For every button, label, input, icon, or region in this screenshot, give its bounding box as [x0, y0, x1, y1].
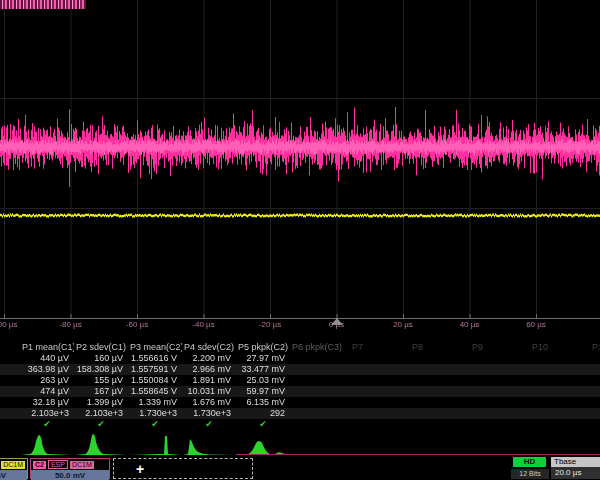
histicon-p1[interactable]	[20, 431, 74, 457]
measure-cell: 155 µV	[74, 375, 128, 386]
measure-cell: 160 µV	[74, 353, 128, 364]
time-tick-label: 60 µs	[526, 320, 546, 329]
measure-cell	[290, 353, 350, 364]
measure-cell: 33.477 mV	[236, 364, 290, 375]
trace-annotation-badge	[0, 0, 86, 9]
measure-cell	[470, 408, 530, 419]
measure-column-header-p6[interactable]: P6 pkpk(C3)	[290, 342, 350, 353]
measure-cell: 167 µV	[74, 386, 128, 397]
measure-cell	[350, 375, 410, 386]
measure-cell	[530, 408, 590, 419]
measure-cell	[410, 386, 470, 397]
measurement-table: P1 mean(C1)P2 sdev(C1)P3 mean(C2)P4 sdev…	[0, 342, 600, 430]
histicon-p2[interactable]	[74, 431, 128, 457]
measure-cell: 1.730e+3	[182, 408, 236, 419]
measure-cell	[350, 353, 410, 364]
timebase-descriptor[interactable]: Tbase 20.0 µs	[551, 457, 600, 479]
measure-cell: 32.18 µV	[20, 397, 74, 408]
time-tick-label: 20 µs	[393, 320, 413, 329]
measure-cell	[290, 397, 350, 408]
status-check-icon: ✔	[182, 419, 236, 430]
measure-column-header-p3[interactable]: P3 mean(C2)	[128, 342, 182, 353]
c1-coupling-chip: DC1M	[1, 461, 25, 469]
measure-cell: 1.558645 V	[128, 386, 182, 397]
timebase-label: Tbase	[551, 457, 600, 467]
histicon-p4[interactable]	[182, 431, 236, 457]
c2-label-chip: C2	[33, 461, 46, 469]
measure-row-status: ✔✔✔✔✔	[0, 419, 600, 430]
measure-cell	[350, 386, 410, 397]
measure-cell	[350, 408, 410, 419]
measure-column-header-p4[interactable]: P4 sdev(C2)	[182, 342, 236, 353]
hd-mode-badge: HD	[513, 457, 546, 467]
status-check-icon: ✔	[74, 419, 128, 430]
measure-cell: 1.676 mV	[182, 397, 236, 408]
status-check-icon: ✔	[20, 419, 74, 430]
measure-cell	[590, 364, 600, 375]
c2-esp-chip: ESP	[48, 460, 68, 469]
measure-column-header-p9[interactable]: P9	[470, 342, 530, 353]
measure-row-mean: 363.98 µV158.308 µV1.557591 V2.966 mV33.…	[0, 364, 600, 375]
status-check-icon: ✔	[236, 419, 290, 430]
measure-cell: 27.97 mV	[236, 353, 290, 364]
channel-c1-descriptor[interactable]: DC1M 10.0 mV	[0, 458, 28, 479]
measure-cell: 263 µV	[20, 375, 74, 386]
measure-cell	[290, 408, 350, 419]
measure-cell	[590, 353, 600, 364]
measure-cell: 363.98 µV	[20, 364, 74, 375]
channel-c2-descriptor[interactable]: C2 ESP DC1M 50.0 mV	[30, 458, 110, 479]
measure-column-header-p5[interactable]: P5 pkpk(C2)	[236, 342, 290, 353]
measure-cell	[590, 408, 600, 419]
status-check-icon	[590, 419, 600, 430]
time-tick-label: 40 µs	[460, 320, 480, 329]
measure-cell: 10.031 mV	[182, 386, 236, 397]
measure-column-header-p7[interactable]: P7	[350, 342, 410, 353]
measure-column-header-p2[interactable]: P2 sdev(C1)	[74, 342, 128, 353]
histicon-p3[interactable]	[128, 431, 182, 457]
separator-line	[236, 454, 600, 455]
time-tick-label: -80 µs	[59, 320, 81, 329]
measure-cell	[410, 353, 470, 364]
c2-volts-per-div: 50.0 mV	[31, 470, 109, 480]
measure-cell: 1.730e+3	[128, 408, 182, 419]
oscilloscope-screen: -100 µs-80 µs-60 µs-40 µs-20 µs0 µs20 µs…	[0, 0, 600, 480]
time-tick-label: -20 µs	[259, 320, 281, 329]
measure-cell	[410, 397, 470, 408]
status-check-icon	[290, 419, 350, 430]
measure-cell	[590, 397, 600, 408]
measure-cell: 1.891 mV	[182, 375, 236, 386]
measure-column-header-p1[interactable]: P1 mean(C1)	[20, 342, 74, 353]
measure-cell	[290, 386, 350, 397]
measure-cell	[470, 386, 530, 397]
measure-cell: 440 µV	[20, 353, 74, 364]
measure-cell: 2.103e+3	[20, 408, 74, 419]
time-tick-label: -40 µs	[192, 320, 214, 329]
trigger-position-marker[interactable]	[331, 318, 343, 325]
measure-cell	[410, 375, 470, 386]
measure-cell: 59.97 mV	[236, 386, 290, 397]
plus-icon: +	[136, 461, 144, 477]
timebase-per-div: 20.0 µs	[551, 467, 600, 479]
c2-coupling-chip: DC1M	[70, 461, 94, 469]
time-tick-label: -100 µs	[0, 320, 17, 329]
waveform-grid-canvas[interactable]	[0, 0, 600, 336]
measure-cell: 2.966 mV	[182, 364, 236, 375]
add-trace-button[interactable]: +	[113, 458, 253, 479]
measure-cell	[530, 397, 590, 408]
measure-cell	[350, 364, 410, 375]
measure-cell	[590, 375, 600, 386]
measure-column-header-p10[interactable]: P10	[530, 342, 590, 353]
measure-cell	[470, 364, 530, 375]
measure-column-header-p11[interactable]: P11	[590, 342, 600, 353]
measure-cell	[410, 364, 470, 375]
measure-cell: 1.399 µV	[74, 397, 128, 408]
measure-row-value: 440 µV160 µV1.556616 V2.200 mV27.97 mV	[0, 353, 600, 364]
status-check-icon: ✔	[128, 419, 182, 430]
measure-cell	[470, 375, 530, 386]
measure-cell	[350, 397, 410, 408]
measure-column-header-p8[interactable]: P8	[410, 342, 470, 353]
measure-cell	[470, 397, 530, 408]
measure-cell	[530, 375, 590, 386]
measure-cell: 1.556616 V	[128, 353, 182, 364]
measure-cell: 2.200 mV	[182, 353, 236, 364]
